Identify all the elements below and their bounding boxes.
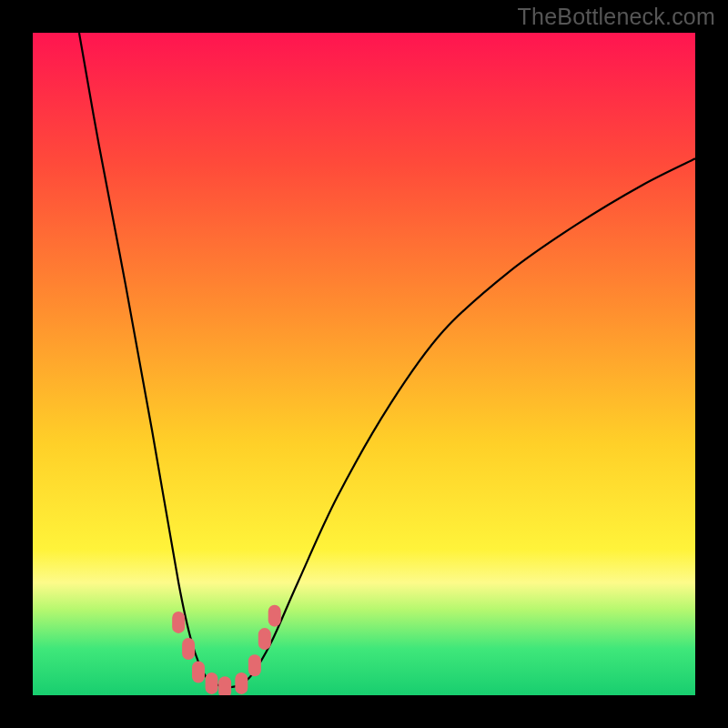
plot-area	[33, 33, 695, 695]
marker-dot	[235, 672, 248, 694]
curve-layer	[33, 33, 695, 695]
marker-dot	[248, 654, 261, 676]
marker-dot	[172, 612, 185, 633]
marker-dot	[182, 638, 195, 660]
chart-container: TheBottleneck.com	[0, 0, 728, 728]
marker-dot	[206, 672, 218, 694]
curve-markers	[172, 605, 281, 695]
bottleneck-curve	[79, 33, 695, 687]
marker-dot	[218, 676, 231, 695]
marker-dot	[258, 628, 271, 650]
watermark-text: TheBottleneck.com	[518, 4, 715, 30]
marker-dot	[192, 662, 205, 683]
marker-dot	[268, 605, 281, 627]
